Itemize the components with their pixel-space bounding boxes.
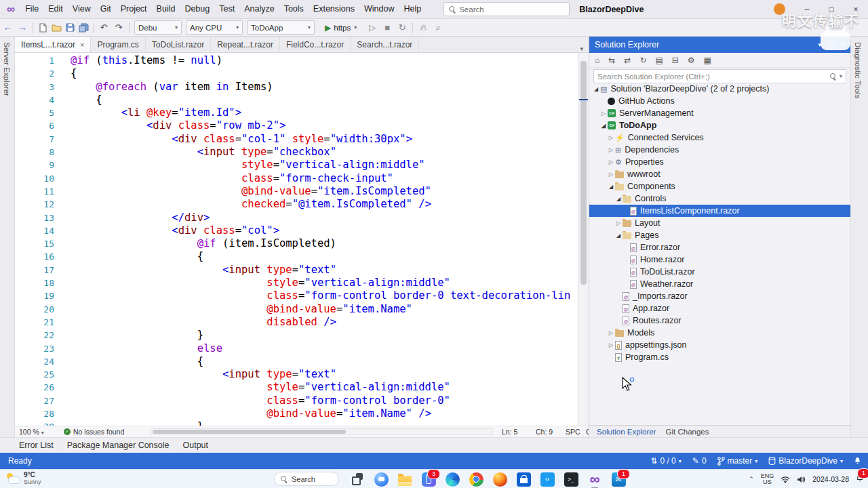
tree-item-weather-razor[interactable]: @Weather.razor: [589, 278, 850, 290]
git-sync-indicator[interactable]: ⇅ 0 / 0 ▾: [650, 456, 681, 466]
system-date[interactable]: 2024-03-28: [812, 475, 849, 483]
taskbar-app-phone-link[interactable]: 3: [420, 470, 437, 488]
taskbar-weather-widget[interactable]: 9°C Sunny: [5, 472, 41, 485]
code-line-13[interactable]: 13 </div>: [15, 211, 578, 224]
taskbar-app-file-explorer[interactable]: [396, 470, 414, 488]
tree-item-dependencies[interactable]: ▷⊞Dependencies: [589, 144, 850, 156]
expander-collapsed-icon[interactable]: ▷: [607, 159, 615, 165]
editor-tab-fieldco-t-razor[interactable]: FieldCo...t.razor: [280, 37, 351, 52]
code-line-15[interactable]: 15 @if (item.IsCompleted): [15, 237, 578, 250]
diagnostic-tools-tab[interactable]: Diagnostic Tools: [854, 37, 862, 99]
taskbar-app-vscode[interactable]: ‹›: [538, 470, 556, 488]
code-line-27[interactable]: 27 class="form-control border-0": [15, 394, 578, 407]
hot-reload-icon[interactable]: 🔥︎: [416, 22, 431, 33]
quick-search-box[interactable]: Search: [443, 2, 570, 16]
taskbar-app-visual-studio[interactable]: ∞: [586, 470, 604, 488]
switch-view-icon[interactable]: ⇆: [608, 56, 615, 65]
panel-tab-output[interactable]: Output: [176, 441, 216, 450]
scrollbar-thumb[interactable]: [153, 430, 346, 434]
tool-tab-solution-explorer[interactable]: Solution Explorer: [592, 428, 661, 436]
code-line-29[interactable]: 29 }: [15, 420, 578, 426]
tree-item-components[interactable]: ◢Components: [589, 180, 850, 192]
menu-file[interactable]: File: [20, 4, 43, 14]
expander-collapsed-icon[interactable]: ▷: [607, 329, 615, 336]
stop-icon[interactable]: ■: [380, 22, 395, 33]
expander-expanded-icon[interactable]: ◢: [592, 86, 600, 92]
menu-extensions[interactable]: Extensions: [309, 4, 359, 14]
code-line-11[interactable]: 11 @bind-value="item.IsCompleted": [15, 185, 578, 198]
code-line-6[interactable]: 6 <div class="row mb-2">: [15, 119, 578, 132]
repository-selector[interactable]: BlazorDeepDive ▾: [768, 456, 843, 466]
taskbar-app-store[interactable]: [515, 470, 532, 488]
menu-tools[interactable]: Tools: [279, 4, 309, 14]
code-line-22[interactable]: 22 }: [15, 329, 578, 342]
close-tab-icon[interactable]: ×: [80, 41, 84, 49]
nest-files-icon[interactable]: ▤: [655, 56, 663, 65]
menu-window[interactable]: Window: [359, 4, 399, 14]
code-line-9[interactable]: 9 style="vertical-align:middle": [15, 159, 578, 171]
taskbar-app-edge[interactable]: [443, 470, 461, 488]
open-folder-icon[interactable]: [50, 24, 63, 32]
expander-collapsed-icon[interactable]: ▷: [614, 220, 623, 226]
start-without-debugging-icon[interactable]: ▷: [365, 22, 380, 33]
editor-tab-itemsl-t-razor[interactable]: ItemsL...t.razor×: [15, 36, 91, 52]
tree-item-itemslistcomponent-razor[interactable]: @ItemsListComponent.razor: [589, 205, 850, 217]
editor-tab-repeat-t-razor[interactable]: Repeat...t.razor: [211, 37, 280, 52]
hidden-icons-chevron-icon[interactable]: ⌃: [749, 476, 754, 483]
code-line-2[interactable]: 2{: [15, 67, 578, 80]
collapse-all-icon[interactable]: ⊟: [672, 56, 679, 65]
properties-icon[interactable]: ⚙: [688, 56, 695, 65]
expander-expanded-icon[interactable]: ◢: [599, 123, 608, 129]
code-editor[interactable]: 1@if (this.Items != null)2{3 @foreach (v…: [15, 53, 589, 426]
tree-item-pages[interactable]: ◢Pages: [589, 229, 850, 241]
navigate-backward-icon[interactable]: ←: [0, 22, 15, 33]
new-file-icon[interactable]: [36, 23, 50, 33]
code-line-1[interactable]: 1@if (this.Items != null): [15, 54, 578, 67]
editor-tab-todolist-razor[interactable]: ToDoList.razor: [146, 37, 211, 52]
taskbar-app-mail[interactable]: ✉1: [610, 470, 627, 488]
tree-item-routes-razor[interactable]: @Routes.razor: [589, 314, 850, 327]
vertical-scrollbar[interactable]: [578, 53, 589, 426]
code-line-3[interactable]: 3 @foreach (var item in Items): [15, 81, 578, 94]
save-all-icon[interactable]: [77, 23, 90, 33]
tree-item-models[interactable]: ▷Models: [589, 327, 850, 339]
tree-item-app-razor[interactable]: @App.razor: [589, 302, 850, 314]
start-debugging-button[interactable]: ▶ https ▾: [321, 21, 361, 35]
taskbar-app-terminal[interactable]: >_: [562, 470, 580, 488]
menu-test[interactable]: Test: [214, 4, 239, 14]
undo-icon[interactable]: ↶: [96, 22, 111, 33]
tree-item-layout[interactable]: ▷Layout: [589, 217, 850, 229]
code-line-19[interactable]: 19 class="form-control border-0 text-dec…: [15, 289, 578, 302]
panel-tab-error-list[interactable]: Error List: [12, 441, 60, 450]
tree-item-servermanagement[interactable]: ▷C#ServerManagement: [589, 107, 850, 119]
code-line-7[interactable]: 7 <div class="col-1" style="width:30px">: [15, 133, 578, 146]
code-line-24[interactable]: 24 {: [15, 355, 578, 368]
sync-with-active-document-icon[interactable]: ⇄: [624, 56, 631, 65]
tree-item-controls[interactable]: ◢Controls: [589, 192, 850, 205]
code-line-14[interactable]: 14 <div class="col">: [15, 224, 578, 237]
expander-collapsed-icon[interactable]: ▷: [599, 110, 608, 117]
solution-explorer-header[interactable]: Solution Explorer ▾ ×: [589, 37, 850, 53]
expander-expanded-icon[interactable]: ◢: [614, 232, 623, 239]
taskbar-app-firefox[interactable]: [491, 470, 509, 488]
document-list-icon[interactable]: ▾: [574, 45, 589, 52]
expander-collapsed-icon[interactable]: ▷: [607, 146, 615, 153]
home-icon[interactable]: ⌂: [595, 56, 599, 65]
find-icon[interactable]: ⌕: [431, 22, 446, 33]
tree-item-solution-blazordeepdive-2-of-2-projects[interactable]: ◢▤Solution 'BlazorDeepDive' (2 of 2 proj…: [589, 83, 850, 95]
taskbar-search-box[interactable]: Search: [274, 472, 339, 486]
tree-item-properties[interactable]: ▷⚙Properties: [589, 156, 850, 168]
tool-tab-git-changes[interactable]: Git Changes: [661, 428, 714, 436]
menu-view[interactable]: View: [68, 4, 96, 14]
taskbar-app-chrome[interactable]: [467, 470, 485, 488]
expander-expanded-icon[interactable]: ◢: [614, 196, 623, 202]
language-indicator[interactable]: ENG US: [761, 473, 774, 485]
scrollbar-thumb[interactable]: [580, 61, 587, 285]
code-line-20[interactable]: 20 @bind-value="item.Name": [15, 303, 578, 316]
tree-item-wwwroot[interactable]: ▷wwwroot: [589, 168, 850, 180]
preview-icon[interactable]: ▦: [704, 56, 711, 65]
notification-center[interactable]: 1: [856, 473, 864, 485]
tree-item-connected-services[interactable]: ▷⚡Connected Services: [589, 131, 850, 144]
editor-tab-program-cs[interactable]: Program.cs: [91, 37, 145, 52]
tree-item-todoapp[interactable]: ◢C#ToDoApp: [589, 119, 850, 131]
